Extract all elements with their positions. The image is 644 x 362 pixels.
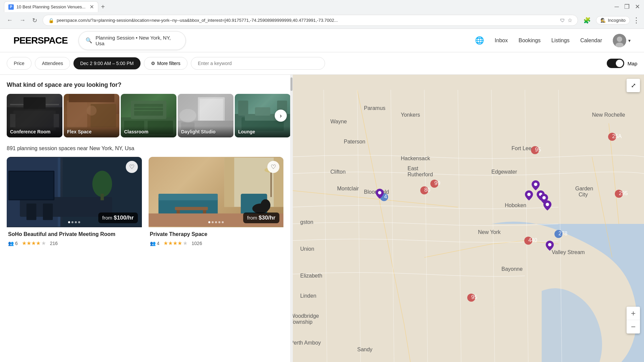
space-type-flex-space[interactable]: Flex Space: [64, 94, 119, 137]
svg-text:Fort Lee: Fort Lee: [512, 145, 532, 151]
forward-button[interactable]: →: [17, 15, 28, 25]
more-filters-button[interactable]: ⚙ More filters: [144, 57, 187, 70]
listing-1-stars: ★★★★★: [22, 240, 46, 246]
space-type-classroom[interactable]: Classroom: [121, 94, 176, 137]
svg-text:Perth Amboy: Perth Amboy: [290, 340, 321, 346]
browser-actions: 🧩: [581, 15, 593, 25]
dot-3: [75, 221, 77, 223]
date-filter-button[interactable]: Dec 2 9:00 AM – 5:00 PM: [73, 57, 141, 69]
listing-1-heart-button[interactable]: ♡: [126, 161, 138, 173]
svg-rect-31: [238, 101, 248, 116]
classroom-label: Classroom: [124, 129, 148, 134]
price-filter-button[interactable]: Price: [7, 57, 32, 70]
svg-point-103: [527, 193, 531, 196]
svg-point-26: [179, 109, 196, 122]
tab-close-button[interactable]: ✕: [90, 4, 94, 10]
minimize-button[interactable]: ─: [614, 3, 619, 10]
svg-text:Clifton: Clifton: [330, 169, 345, 175]
user-menu[interactable]: ▾: [613, 34, 631, 47]
restore-button[interactable]: ❐: [624, 3, 630, 10]
svg-text:Wayne: Wayne: [330, 119, 347, 124]
svg-text:Woodbridge: Woodbridge: [290, 313, 319, 319]
new-tab-button[interactable]: +: [100, 2, 106, 12]
listing-1-capacity-value: 6: [15, 241, 18, 246]
listing-1-price: from $100/hr: [98, 213, 138, 223]
map-toggle-switch[interactable]: [607, 59, 624, 68]
listing-card-1[interactable]: ♡ from $100/hr SoHo Beautiful and Privat…: [7, 157, 142, 248]
attendees-filter-button[interactable]: Attendees: [35, 57, 70, 70]
search-bar[interactable]: 🔍 Planning Session • New York, NY, Usa: [78, 31, 186, 50]
peerspace-logo[interactable]: PEERSPACE: [13, 35, 68, 46]
peerspace-header: PEERSPACE 🔍 Planning Session • New York,…: [0, 29, 644, 52]
globe-icon[interactable]: 🌐: [475, 36, 484, 45]
url-star-icon[interactable]: ☆: [568, 17, 572, 23]
close-window-button[interactable]: ✕: [635, 3, 640, 10]
flex-space-overlay: Flex Space: [64, 126, 119, 137]
listing-card-2[interactable]: ♡ from $30/hr Private Therapy Space: [149, 157, 284, 248]
zoom-in-button[interactable]: +: [627, 307, 640, 320]
active-tab[interactable]: P 10 Best Planning Session Venues... ✕: [4, 1, 98, 12]
tab-favicon: P: [8, 4, 14, 10]
svg-point-56: [260, 199, 270, 211]
bookings-nav-link[interactable]: Bookings: [519, 38, 541, 44]
svg-text:99: 99: [434, 180, 440, 186]
map-fullscreen-button[interactable]: ⤢: [627, 79, 640, 92]
space-types-next-button[interactable]: ›: [275, 110, 287, 122]
map-panel[interactable]: 4 80 99 95 25A 440 95 278 295 Wayne Para…: [290, 75, 644, 362]
svg-rect-38: [101, 194, 104, 200]
svg-text:Valley Stream: Valley Stream: [552, 249, 585, 255]
dot-1: [68, 221, 70, 223]
svg-text:Rutherford: Rutherford: [408, 172, 433, 177]
svg-text:gston: gston: [300, 219, 313, 225]
main-content: What kind of space are you looking for?: [0, 75, 644, 362]
daylight-studio-label: Daylight Studio: [181, 129, 216, 134]
svg-text:278: 278: [558, 231, 568, 236]
svg-rect-30: [255, 107, 270, 116]
keyword-input[interactable]: [191, 57, 325, 70]
listing-2-reviews: 1026: [192, 241, 202, 246]
svg-text:Bayonne: Bayonne: [501, 266, 523, 272]
svg-point-108: [378, 191, 381, 194]
menu-button[interactable]: ⋮: [633, 16, 640, 25]
svg-rect-12: [69, 94, 114, 102]
avatar[interactable]: [613, 34, 626, 47]
calendar-nav-link[interactable]: Calendar: [580, 38, 602, 44]
space-type-daylight-studio[interactable]: Daylight Studio: [178, 94, 233, 137]
listing-image-2: ♡ from $30/hr: [149, 157, 284, 227]
scrollbar[interactable]: [290, 75, 293, 362]
listing-1-capacity: 👥 6: [8, 241, 18, 246]
map-label: Map: [628, 61, 637, 66]
listings-nav-link[interactable]: Listings: [551, 38, 570, 44]
svg-rect-47: [158, 194, 218, 200]
back-button[interactable]: ←: [4, 15, 15, 25]
browser-tabs: P 10 Best Planning Session Venues... ✕ +: [4, 1, 106, 12]
browser-nav: ← → ↻: [4, 15, 40, 25]
zoom-out-button[interactable]: −: [627, 320, 640, 334]
svg-point-37: [92, 171, 112, 197]
dot-2: [212, 221, 214, 223]
svg-text:Sandy: Sandy: [357, 347, 372, 352]
listing-2-meta: 👥 4 ★★★★★ 1026: [150, 240, 282, 246]
svg-rect-5: [10, 114, 15, 127]
listing-2-heart-button[interactable]: ♡: [267, 161, 279, 173]
svg-rect-48: [175, 207, 208, 210]
listing-1-info: SoHo Beautiful and Private Meeting Room …: [7, 227, 142, 248]
extensions-button[interactable]: 🧩: [581, 15, 593, 25]
svg-text:Union: Union: [300, 246, 314, 252]
map-svg: 4 80 99 95 25A 440 95 278 295 Wayne Para…: [290, 75, 644, 362]
browser-addressbar: ← → ↻ 🔒 peerspace.com/s/?a=planning-sess…: [0, 13, 644, 28]
inbox-nav-link[interactable]: Inbox: [495, 38, 508, 44]
space-type-conference-room[interactable]: Conference Room: [7, 94, 62, 137]
dot-5: [222, 221, 224, 223]
svg-text:Hoboken: Hoboken: [505, 202, 526, 208]
reload-button[interactable]: ↻: [30, 15, 40, 25]
svg-text:Township: Township: [290, 319, 313, 325]
listing-1-reviews: 216: [50, 241, 58, 246]
svg-text:Paterson: Paterson: [344, 139, 365, 144]
url-shield-icon: 🛡: [560, 18, 565, 23]
svg-rect-10: [67, 101, 87, 127]
more-filters-label: More filters: [157, 61, 180, 66]
svg-text:City: City: [579, 192, 588, 197]
url-bar[interactable]: 🔒 peerspace.com/s/?a=planning-session&lo…: [43, 15, 578, 26]
scrollbar-thumb[interactable]: [290, 77, 292, 91]
